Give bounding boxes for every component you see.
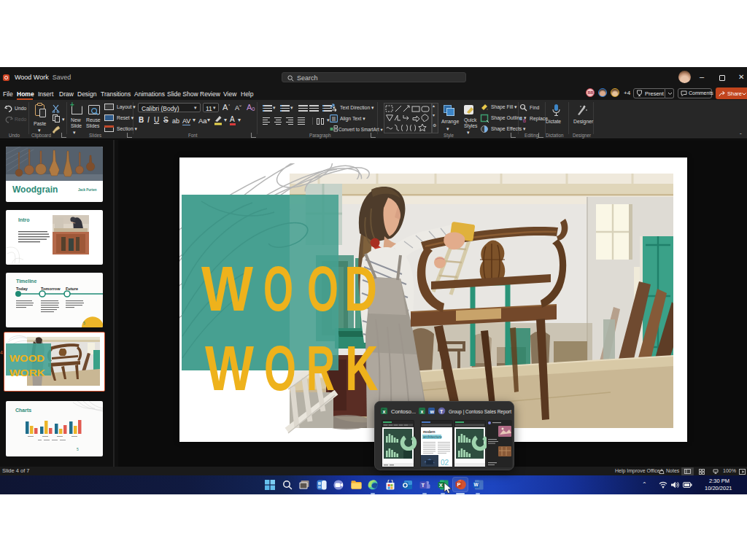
svg-text:Group | Contoso Sales Report: Group | Contoso Sales Report <box>449 408 511 415</box>
svg-text:Timeline: Timeline <box>16 279 36 284</box>
svg-text:w: w <box>430 409 435 414</box>
svg-text:Charts: Charts <box>15 408 31 413</box>
svg-text:D: D <box>344 252 377 324</box>
svg-text:W: W <box>201 252 254 324</box>
svg-text:O: O <box>264 332 296 404</box>
svg-text:O: O <box>307 252 338 324</box>
svg-text:Tomorrow: Tomorrow <box>41 287 61 291</box>
svg-text:Intro: Intro <box>18 217 30 222</box>
svg-text:O: O <box>263 252 293 324</box>
svg-text:Future: Future <box>66 287 78 291</box>
svg-text:W: W <box>473 482 479 487</box>
svg-text:b: b <box>523 118 526 122</box>
svg-text:X: X <box>439 482 443 489</box>
svg-text:x: x <box>421 409 424 414</box>
svg-text:T: T <box>422 482 425 489</box>
svg-text:Today: Today <box>16 287 28 291</box>
svg-text:P: P <box>457 481 460 488</box>
svg-text:R: R <box>306 332 335 403</box>
svg-text:architecture: architecture <box>423 435 442 439</box>
svg-text:5: 5 <box>83 321 85 325</box>
svg-text:5: 5 <box>77 447 79 451</box>
svg-text:W: W <box>205 332 254 404</box>
svg-text:modern: modern <box>423 430 436 434</box>
svg-text:a: a <box>519 116 522 121</box>
svg-text:Contoso...: Contoso... <box>391 408 416 415</box>
svg-text:WORK: WORK <box>9 368 45 378</box>
svg-text:x: x <box>383 409 386 414</box>
svg-text:T: T <box>440 409 444 414</box>
svg-text:K: K <box>345 332 378 404</box>
svg-text:02: 02 <box>441 459 449 467</box>
svg-text:WOOD: WOOD <box>9 353 44 364</box>
svg-text:Jack Purten: Jack Purten <box>78 188 97 192</box>
svg-text:Woodgrain: Woodgrain <box>12 184 58 195</box>
